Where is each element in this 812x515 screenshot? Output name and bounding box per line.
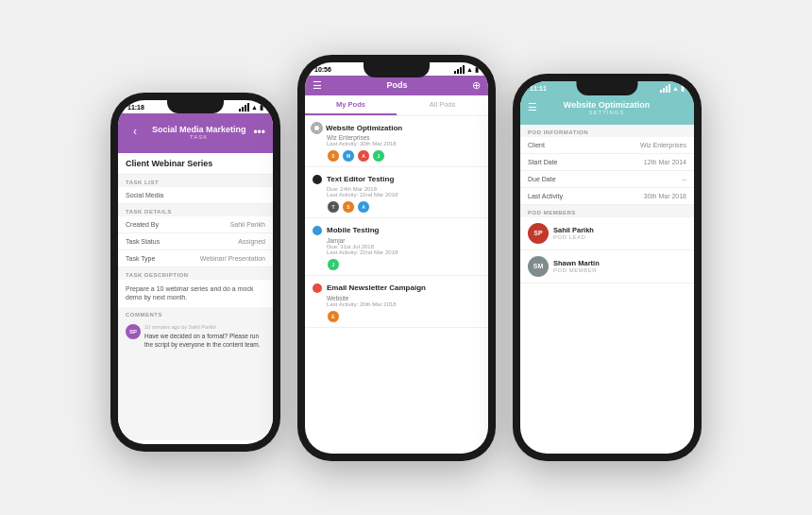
wifi-icon-left: ▲	[251, 104, 258, 111]
left-body: Client Webinar Series TASK LIST Social M…	[118, 153, 273, 440]
pod-dot-0	[313, 124, 321, 132]
pod-avatar-1-2: A	[357, 200, 370, 214]
pod-dot-3	[313, 283, 322, 293]
pod-avatar-1-0: T	[327, 200, 340, 214]
field-client: Client Wiz Enterprises	[520, 137, 694, 154]
field-value-client: Wiz Enterprises	[640, 142, 686, 148]
pod-dot-1	[313, 175, 322, 184]
status-icons-right: ▲ ▮	[660, 85, 685, 93]
comment-meta: 10 minutes ago by Sahil Parikh	[144, 324, 265, 330]
signal-icon-right	[660, 85, 670, 93]
pod-name-0: Website Optimization	[326, 124, 402, 132]
signal-icon-mid	[454, 66, 465, 74]
pod-meta-3: Last Activity: 20th Mar 2018	[313, 301, 481, 307]
pod-avatar-0-0: S	[327, 149, 340, 163]
menu-icon-right[interactable]: ☰	[528, 101, 537, 113]
field-task-status: Task Status Assigned	[118, 233, 273, 250]
pod-item-1[interactable]: Text Editor Testing Due: 24th Mar 2018 L…	[305, 167, 488, 218]
field-created-by: Created By Sahil Parikh	[118, 216, 273, 233]
pod-avatar-0-1: M	[342, 149, 355, 163]
phone-mid-screen: 10:56 ▲ ▮ ☰ Pods ⊕	[305, 62, 488, 454]
task-desc-text: Prepare a 10 webinar series and do a moc…	[118, 280, 273, 308]
status-icons-mid: ▲ ▮	[454, 66, 479, 74]
field-value-2: Webinar/ Presentation	[200, 255, 265, 262]
pod-name-2: Mobile Testing	[327, 226, 379, 234]
pod-info-label: POD INFORMATION	[520, 125, 694, 137]
task-list-label: TASK LIST	[118, 175, 273, 187]
member-0-avatar: SP	[528, 223, 549, 244]
mid-header-title: Pods	[386, 80, 407, 90]
field-value-due: --	[682, 176, 686, 182]
more-button-left[interactable]: •••	[253, 126, 265, 139]
field-value-1: Assigned	[238, 238, 265, 245]
pod-avatar-2-0: J	[327, 258, 340, 271]
field-value-start: 12th Mar 2014	[644, 159, 686, 165]
right-body: POD INFORMATION Client Wiz Enterprises S…	[520, 125, 694, 283]
field-label-client: Client	[528, 142, 545, 148]
field-label-2: Task Type	[126, 255, 155, 262]
pod-company-3: Website	[313, 295, 481, 301]
field-label-1: Task Status	[126, 238, 160, 245]
notch-right	[577, 81, 638, 95]
pod-name-1: Text Editor Testing	[327, 175, 394, 183]
pod-meta-0: Last Activity: 30th Mar 2018	[313, 141, 481, 146]
pod-item-3[interactable]: Email Newsletter Campaign Website Last A…	[305, 276, 488, 328]
pod-avatars-3: E	[313, 310, 481, 323]
pod-dot-2	[313, 226, 322, 235]
back-button-left[interactable]: ‹	[126, 119, 144, 146]
field-task-type: Task Type Webinar/ Presentation	[118, 250, 273, 267]
pod-name-3: Email Newsletter Campaign	[327, 283, 426, 292]
time-right: 11:11	[530, 85, 547, 92]
comments-label: COMMENTS	[118, 307, 273, 319]
member-1-name: Shawn Martin	[553, 259, 600, 267]
mid-header: ☰ Pods ⊕	[305, 76, 488, 95]
member-1-avatar: SM	[528, 256, 549, 277]
commenter-avatar: SP	[126, 324, 141, 339]
phone-right-screen: 11:11 ▲ ▮ ☰ Website Opti	[520, 81, 694, 454]
time-left: 11:18	[127, 104, 144, 111]
right-header-sub: SETTINGS	[564, 110, 650, 115]
member-0: SP Sahil Parikh POD LEAD	[520, 217, 694, 250]
pod-avatars-2: J	[313, 258, 481, 271]
comment-text: Have we decided on a format? Please run …	[144, 332, 265, 349]
pod-meta-1: Due: 24th Mar 2018 Last Activity: 22nd M…	[313, 186, 481, 197]
field-start-date: Start Date 12th Mar 2014	[520, 154, 694, 171]
comment-item: SP 10 minutes ago by Sahil Parikh Have w…	[126, 324, 265, 349]
pod-meta-2: Due: 31st Jul 2018 Last Activity: 22nd M…	[313, 244, 481, 255]
member-0-name: Sahil Parikh	[553, 226, 594, 234]
scene: 11:18 ▲ ▮ ‹ Social Media	[0, 0, 812, 515]
pods-tabs: My Pods All Pods	[305, 95, 488, 116]
pod-avatar-0-3: J	[372, 149, 385, 163]
task-list-value: Social Media	[126, 192, 163, 198]
pod-list: Website Optimization Wiz Enterprises Las…	[305, 116, 488, 328]
members-label: POD MEMBERS	[520, 205, 694, 217]
pod-avatar-3-0: E	[327, 310, 340, 323]
notch-left	[167, 100, 224, 113]
wifi-icon-mid: ▲	[466, 66, 473, 73]
pod-company-0: Wiz Enterprises	[313, 134, 481, 141]
time-mid: 10:56	[314, 66, 331, 73]
tab-all-pods[interactable]: All Pods	[397, 95, 488, 115]
left-header: ‹ Social Media Marketing TASK •••	[118, 113, 273, 153]
pod-avatars-1: T S A	[313, 200, 481, 214]
pod-avatars-0: S M A J	[313, 149, 481, 163]
tab-my-pods[interactable]: My Pods	[305, 95, 397, 115]
battery-icon-mid: ▮	[475, 66, 479, 74]
phone-right: 11:11 ▲ ▮ ☰ Website Opti	[513, 74, 702, 461]
pod-item-0[interactable]: Website Optimization Wiz Enterprises Las…	[305, 116, 488, 167]
field-label-0: Created By	[126, 221, 159, 228]
pod-company-2: Jamjar	[313, 237, 481, 244]
field-label-activity: Last Activity	[528, 193, 563, 199]
signal-icon-left	[239, 104, 249, 112]
pod-avatar-0-2: A	[357, 149, 370, 163]
field-due-date: Due Date --	[520, 171, 694, 188]
phone-mid: 10:56 ▲ ▮ ☰ Pods ⊕	[297, 55, 496, 461]
pod-item-2[interactable]: Mobile Testing Jamjar Due: 31st Jul 2018…	[305, 218, 488, 276]
member-1: SM Shawn Martin POD MEMBER	[520, 250, 694, 283]
add-pod-button[interactable]: ⊕	[472, 79, 481, 92]
wifi-icon-right: ▲	[672, 85, 679, 92]
field-value-0: Sahil Parikh	[230, 221, 265, 228]
menu-icon-mid[interactable]: ☰	[313, 79, 322, 92]
task-title: Client Webinar Series	[118, 153, 273, 175]
left-header-title: Social Media Marketing	[152, 125, 246, 134]
